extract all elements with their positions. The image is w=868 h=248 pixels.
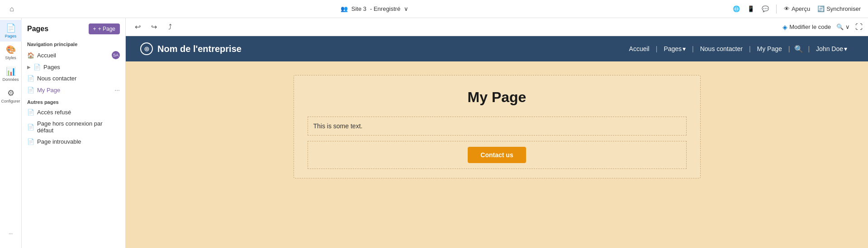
- nav-link-accueil[interactable]: Accueil: [623, 45, 656, 52]
- page-icon: 📄: [27, 87, 34, 94]
- toolbar-right: ◈ Modifier le code 🔍 ∨ ⛶: [783, 23, 863, 31]
- nav-dropdown: Pages ▾: [664, 45, 686, 52]
- site-navbar: ◎ Nom de l'entreprise Accueil | Pages ▾ …: [126, 36, 868, 61]
- data-icon: 📊: [6, 66, 16, 76]
- nav-icons: 📄 Pages 🎨 Styles 📊 Données ⚙ Configurer …: [0, 18, 22, 248]
- page-item-hors-connexion[interactable]: 📄 Page hors connexion par défaut: [22, 118, 125, 136]
- page-icon: 📄: [27, 109, 34, 116]
- section-label-nav: Navigation principale: [22, 38, 125, 49]
- sidebar-title: Pages: [27, 25, 48, 33]
- site-name: Site 3: [351, 5, 366, 12]
- top-bar-left: ⌂: [7, 5, 16, 14]
- home-page-icon: 🏠: [27, 52, 34, 59]
- expand-icon: ▶: [27, 65, 31, 70]
- toolbar-left: ↩ ↪ ⤴: [131, 21, 176, 33]
- page-title: My Page: [308, 89, 687, 106]
- home-icon[interactable]: ⌂: [7, 5, 16, 14]
- top-bar-center: 👥 Site 3 - Enregistré ∨: [341, 5, 408, 12]
- section-label-autres: Autres pages: [22, 96, 125, 107]
- content-card: My Page This is some text. Contact us: [294, 75, 701, 178]
- zoom-icon: 🔍: [836, 23, 844, 30]
- nav-dropdown-johndoe: John Doe ▾: [816, 45, 847, 52]
- dropdown-chevron-icon: ▾: [683, 45, 686, 52]
- page-item-pages[interactable]: ▶ 📄 Pages: [22, 61, 125, 73]
- page-item-nous-contacter[interactable]: 📄 Nous contacter: [22, 73, 125, 84]
- body-text: This is some text.: [313, 122, 363, 130]
- expand-button[interactable]: ⛶: [855, 23, 863, 31]
- pages-sidebar: Pages + + Page Navigation principale 🏠 A…: [22, 18, 126, 248]
- main-layout: 📄 Pages 🎨 Styles 📊 Données ⚙ Configurer …: [0, 18, 868, 248]
- logo-icon: ◎: [140, 42, 153, 55]
- page-content: My Page This is some text. Contact us: [126, 61, 868, 248]
- nav-icon-data[interactable]: 📊 Données: [0, 63, 22, 85]
- top-bar-right: 🌐 📱 💬 👁 Aperçu 🔄 Synchroniser: [733, 5, 861, 14]
- dropdown-arrow-icon[interactable]: ∨: [404, 5, 408, 12]
- add-page-button[interactable]: + + Page: [89, 23, 120, 34]
- vscode-icon: ◈: [783, 23, 787, 31]
- share-button[interactable]: ⤴: [164, 21, 176, 33]
- search-icon[interactable]: 🔍: [790, 45, 808, 53]
- page-item-accueil[interactable]: 🏠 Accueil SA: [22, 49, 125, 61]
- nav-icon-configure[interactable]: ⚙ Configurer: [0, 85, 22, 107]
- page-icon: 📄: [27, 124, 34, 131]
- undo-button[interactable]: ↩: [131, 21, 144, 33]
- logo-text: Nom de l'entreprise: [157, 44, 242, 54]
- pages-icon: 📄: [6, 23, 16, 33]
- preview-icon: 👁: [784, 5, 790, 12]
- page-item-acces-refuse[interactable]: 📄 Accès refusé: [22, 107, 125, 118]
- globe-icon[interactable]: 🌐: [733, 5, 740, 12]
- page-item-introuvable[interactable]: 📄 Page introuvable: [22, 136, 125, 147]
- redo-button[interactable]: ↪: [147, 21, 160, 33]
- nav-link-my-page[interactable]: My Page: [751, 45, 788, 52]
- btn-section: Contact us: [308, 141, 687, 169]
- website-preview: ◎ Nom de l'entreprise Accueil | Pages ▾ …: [126, 36, 868, 248]
- page-icon: 📄: [33, 64, 41, 70]
- contact-button[interactable]: Contact us: [468, 147, 526, 163]
- mobile-icon[interactable]: 📱: [747, 5, 754, 12]
- preview-inner: ◎ Nom de l'entreprise Accueil | Pages ▾ …: [126, 36, 868, 248]
- nav-icon-more[interactable]: ···: [0, 223, 22, 244]
- more-options-icon[interactable]: ···: [114, 86, 120, 94]
- zoom-dropdown-icon: ∨: [845, 23, 850, 30]
- editor-toolbar: ↩ ↪ ⤴ ◈ Modifier le code 🔍 ∨ ⛶: [126, 18, 868, 36]
- divider: [776, 5, 777, 14]
- zoom-control[interactable]: 🔍 ∨: [836, 23, 850, 30]
- page-item-my-page[interactable]: 📄 My Page ···: [22, 84, 125, 96]
- site-nav-links: Accueil | Pages ▾ | Nous contacter | My …: [623, 45, 854, 53]
- nav-link-john-doe[interactable]: John Doe ▾: [810, 45, 854, 52]
- top-bar: ⌂ 👥 Site 3 - Enregistré ∨ 🌐 📱 💬 👁 Aperçu…: [0, 0, 868, 18]
- nav-link-pages[interactable]: Pages ▾: [657, 45, 692, 52]
- sync-icon: 🔄: [817, 5, 825, 12]
- sync-button[interactable]: 🔄 Synchroniser: [817, 5, 861, 12]
- site-logo: ◎ Nom de l'entreprise: [140, 42, 242, 55]
- comment-icon[interactable]: 💬: [762, 5, 769, 12]
- nav-icon-pages[interactable]: 📄 Pages: [0, 20, 22, 42]
- editor-area: ↩ ↪ ⤴ ◈ Modifier le code 🔍 ∨ ⛶: [126, 18, 868, 248]
- badge-sa: SA: [112, 51, 120, 59]
- text-section: This is some text.: [308, 117, 687, 136]
- site-users-icon: 👥: [341, 5, 348, 12]
- configure-icon: ⚙: [7, 88, 14, 98]
- page-icon: 📄: [27, 75, 34, 82]
- sidebar-header: Pages + + Page: [22, 18, 125, 38]
- preview-button[interactable]: 👁 Aperçu: [784, 5, 810, 12]
- page-icon: 📄: [27, 138, 34, 145]
- plus-icon: +: [93, 26, 96, 32]
- nav-icon-styles[interactable]: 🎨 Styles: [0, 42, 22, 63]
- nav-link-nous-contacter[interactable]: Nous contacter: [694, 45, 749, 52]
- styles-icon: 🎨: [6, 45, 16, 55]
- dropdown-chevron-icon: ▾: [844, 45, 847, 52]
- site-status: - Enregistré: [370, 5, 400, 12]
- modify-code-button[interactable]: ◈ Modifier le code: [783, 23, 831, 31]
- more-dots-icon: ···: [9, 231, 12, 236]
